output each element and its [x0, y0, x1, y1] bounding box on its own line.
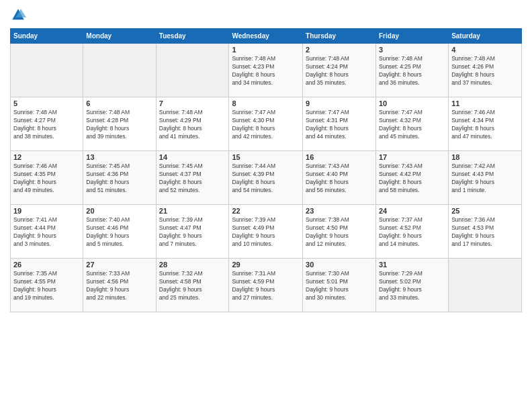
day-info: Sunrise: 7:42 AM Sunset: 4:43 PM Dayligh…: [451, 163, 519, 195]
day-info: Sunrise: 7:46 AM Sunset: 4:34 PM Dayligh…: [451, 109, 519, 141]
day-info: Sunrise: 7:43 AM Sunset: 4:42 PM Dayligh…: [379, 163, 445, 195]
calendar-cell: 25Sunrise: 7:36 AM Sunset: 4:53 PM Dayli…: [449, 205, 522, 259]
day-number: 26: [13, 261, 80, 269]
calendar-cell: 18Sunrise: 7:42 AM Sunset: 4:43 PM Dayli…: [449, 151, 522, 205]
day-number: 5: [13, 99, 80, 107]
day-number: 16: [306, 153, 373, 161]
day-info: Sunrise: 7:48 AM Sunset: 4:26 PM Dayligh…: [451, 55, 519, 87]
day-info: Sunrise: 7:43 AM Sunset: 4:40 PM Dayligh…: [306, 163, 373, 195]
day-info: Sunrise: 7:33 AM Sunset: 4:56 PM Dayligh…: [86, 270, 152, 302]
day-number: 23: [306, 207, 373, 215]
calendar-cell: 21Sunrise: 7:39 AM Sunset: 4:47 PM Dayli…: [156, 205, 229, 259]
day-number: 9: [306, 99, 373, 107]
calendar-cell: 4Sunrise: 7:48 AM Sunset: 4:26 PM Daylig…: [449, 44, 522, 97]
logo: [10, 7, 29, 23]
day-info: Sunrise: 7:29 AM Sunset: 5:02 PM Dayligh…: [379, 270, 445, 302]
calendar-cell: 29Sunrise: 7:31 AM Sunset: 4:59 PM Dayli…: [229, 259, 303, 312]
day-info: Sunrise: 7:48 AM Sunset: 4:23 PM Dayligh…: [232, 55, 300, 87]
calendar-cell: 12Sunrise: 7:46 AM Sunset: 4:35 PM Dayli…: [11, 151, 83, 205]
day-info: Sunrise: 7:31 AM Sunset: 4:59 PM Dayligh…: [232, 270, 300, 302]
day-info: Sunrise: 7:47 AM Sunset: 4:31 PM Dayligh…: [306, 109, 373, 141]
calendar-cell: 10Sunrise: 7:47 AM Sunset: 4:32 PM Dayli…: [376, 97, 449, 151]
day-number: 29: [232, 261, 300, 269]
day-number: 19: [13, 207, 80, 215]
day-number: 4: [451, 46, 519, 54]
day-info: Sunrise: 7:38 AM Sunset: 4:50 PM Dayligh…: [306, 216, 373, 248]
calendar-cell: 2Sunrise: 7:48 AM Sunset: 4:24 PM Daylig…: [303, 44, 376, 97]
calendar-cell: 9Sunrise: 7:47 AM Sunset: 4:31 PM Daylig…: [303, 97, 376, 151]
weekday-thursday: Thursday: [303, 29, 376, 44]
day-info: Sunrise: 7:37 AM Sunset: 4:52 PM Dayligh…: [379, 216, 445, 248]
day-number: 11: [451, 99, 519, 107]
calendar-cell: 1Sunrise: 7:48 AM Sunset: 4:23 PM Daylig…: [229, 44, 303, 97]
day-number: 18: [451, 153, 519, 161]
calendar-week-row: 1Sunrise: 7:48 AM Sunset: 4:23 PM Daylig…: [11, 44, 522, 97]
calendar-cell: [156, 44, 229, 97]
calendar-cell: 26Sunrise: 7:35 AM Sunset: 4:55 PM Dayli…: [11, 259, 83, 312]
calendar-cell: 28Sunrise: 7:32 AM Sunset: 4:58 PM Dayli…: [156, 259, 229, 312]
calendar-cell: [11, 44, 83, 97]
day-info: Sunrise: 7:47 AM Sunset: 4:30 PM Dayligh…: [232, 109, 300, 141]
day-info: Sunrise: 7:30 AM Sunset: 5:01 PM Dayligh…: [306, 270, 373, 302]
calendar-week-row: 19Sunrise: 7:41 AM Sunset: 4:44 PM Dayli…: [11, 205, 522, 259]
calendar-week-row: 12Sunrise: 7:46 AM Sunset: 4:35 PM Dayli…: [11, 151, 522, 205]
day-info: Sunrise: 7:48 AM Sunset: 4:27 PM Dayligh…: [13, 109, 80, 141]
day-info: Sunrise: 7:45 AM Sunset: 4:37 PM Dayligh…: [159, 163, 226, 195]
day-info: Sunrise: 7:36 AM Sunset: 4:53 PM Dayligh…: [451, 216, 519, 248]
day-number: 8: [232, 99, 300, 107]
header: [10, 7, 522, 23]
weekday-sunday: Sunday: [11, 29, 83, 44]
calendar-cell: 3Sunrise: 7:48 AM Sunset: 4:25 PM Daylig…: [376, 44, 449, 97]
calendar-cell: [449, 259, 522, 312]
weekday-saturday: Saturday: [449, 29, 522, 44]
day-number: 27: [86, 261, 152, 269]
logo-icon: [10, 7, 26, 23]
day-info: Sunrise: 7:39 AM Sunset: 4:47 PM Dayligh…: [159, 216, 226, 248]
day-number: 31: [379, 261, 445, 269]
calendar-cell: 8Sunrise: 7:47 AM Sunset: 4:30 PM Daylig…: [229, 97, 303, 151]
day-number: 30: [306, 261, 373, 269]
day-info: Sunrise: 7:41 AM Sunset: 4:44 PM Dayligh…: [13, 216, 80, 248]
calendar-cell: [83, 44, 156, 97]
calendar-cell: 14Sunrise: 7:45 AM Sunset: 4:37 PM Dayli…: [156, 151, 229, 205]
day-info: Sunrise: 7:48 AM Sunset: 4:25 PM Dayligh…: [379, 55, 445, 87]
calendar-week-row: 5Sunrise: 7:48 AM Sunset: 4:27 PM Daylig…: [11, 97, 522, 151]
day-number: 24: [379, 207, 445, 215]
day-info: Sunrise: 7:40 AM Sunset: 4:46 PM Dayligh…: [86, 216, 152, 248]
day-number: 15: [232, 153, 300, 161]
weekday-wednesday: Wednesday: [229, 29, 303, 44]
day-number: 6: [86, 99, 152, 107]
calendar-cell: 7Sunrise: 7:48 AM Sunset: 4:29 PM Daylig…: [156, 97, 229, 151]
day-number: 20: [86, 207, 152, 215]
weekday-header-row: SundayMondayTuesdayWednesdayThursdayFrid…: [11, 29, 522, 44]
calendar-cell: 6Sunrise: 7:48 AM Sunset: 4:28 PM Daylig…: [83, 97, 156, 151]
day-number: 1: [232, 46, 300, 54]
day-info: Sunrise: 7:48 AM Sunset: 4:29 PM Dayligh…: [159, 109, 226, 141]
day-number: 10: [379, 99, 445, 107]
calendar-cell: 27Sunrise: 7:33 AM Sunset: 4:56 PM Dayli…: [83, 259, 156, 312]
calendar-cell: 11Sunrise: 7:46 AM Sunset: 4:34 PM Dayli…: [449, 97, 522, 151]
day-info: Sunrise: 7:44 AM Sunset: 4:39 PM Dayligh…: [232, 163, 300, 195]
calendar-cell: 16Sunrise: 7:43 AM Sunset: 4:40 PM Dayli…: [303, 151, 376, 205]
calendar-cell: 15Sunrise: 7:44 AM Sunset: 4:39 PM Dayli…: [229, 151, 303, 205]
calendar-cell: 13Sunrise: 7:45 AM Sunset: 4:36 PM Dayli…: [83, 151, 156, 205]
calendar-table: SundayMondayTuesdayWednesdayThursdayFrid…: [10, 28, 522, 312]
day-number: 2: [306, 46, 373, 54]
day-info: Sunrise: 7:46 AM Sunset: 4:35 PM Dayligh…: [13, 163, 80, 195]
day-number: 22: [232, 207, 300, 215]
day-number: 25: [451, 207, 519, 215]
calendar-cell: 5Sunrise: 7:48 AM Sunset: 4:27 PM Daylig…: [11, 97, 83, 151]
day-info: Sunrise: 7:47 AM Sunset: 4:32 PM Dayligh…: [379, 109, 445, 141]
calendar-cell: 31Sunrise: 7:29 AM Sunset: 5:02 PM Dayli…: [376, 259, 449, 312]
day-info: Sunrise: 7:48 AM Sunset: 4:24 PM Dayligh…: [306, 55, 373, 87]
calendar-cell: 30Sunrise: 7:30 AM Sunset: 5:01 PM Dayli…: [303, 259, 376, 312]
weekday-tuesday: Tuesday: [156, 29, 229, 44]
day-number: 7: [159, 99, 226, 107]
day-info: Sunrise: 7:32 AM Sunset: 4:58 PM Dayligh…: [159, 270, 226, 302]
day-number: 3: [379, 46, 445, 54]
calendar-cell: 19Sunrise: 7:41 AM Sunset: 4:44 PM Dayli…: [11, 205, 83, 259]
day-number: 28: [159, 261, 226, 269]
day-info: Sunrise: 7:39 AM Sunset: 4:49 PM Dayligh…: [232, 216, 300, 248]
calendar-week-row: 26Sunrise: 7:35 AM Sunset: 4:55 PM Dayli…: [11, 259, 522, 312]
calendar-cell: 20Sunrise: 7:40 AM Sunset: 4:46 PM Dayli…: [83, 205, 156, 259]
